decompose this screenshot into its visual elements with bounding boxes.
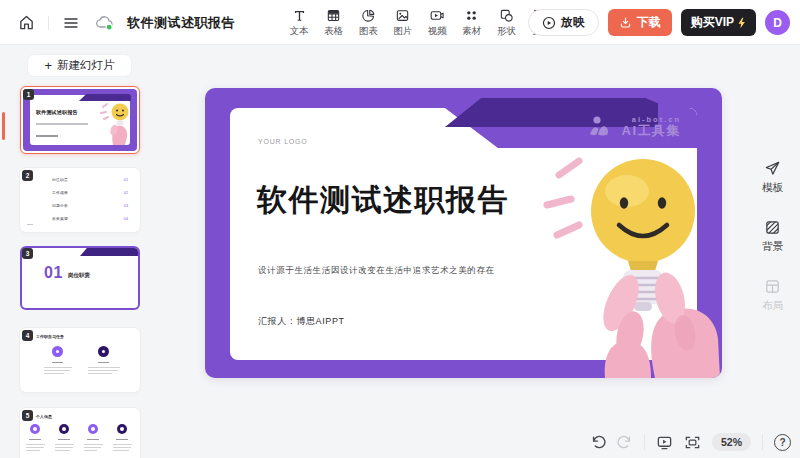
- slide-thumbnail-5[interactable]: 5 个人信息: [20, 408, 140, 458]
- watermark-logo-icon: [589, 115, 617, 139]
- slide-title[interactable]: 软件测试述职报告: [257, 180, 509, 221]
- tool-shape[interactable]: 形状: [490, 7, 522, 38]
- bottom-controls: 52% ?: [590, 433, 791, 451]
- divider: [762, 434, 763, 450]
- undo-icon: [590, 434, 606, 450]
- play-circle-icon: [542, 16, 556, 30]
- slide-subtitle[interactable]: 设计源于生活生活因设计改变在生活中追求艺术之美的存在: [258, 265, 495, 277]
- text-placeholder: [44, 373, 64, 374]
- template-button[interactable]: 模板: [762, 160, 783, 195]
- slide-position-indicator[interactable]: [2, 112, 5, 140]
- thumb3-band: [80, 248, 138, 256]
- watermark: ai-bot.cn AI工具集: [589, 115, 682, 139]
- tool-label: 视频: [428, 25, 447, 38]
- download-button[interactable]: 下载: [608, 9, 672, 36]
- tool-image[interactable]: 图片: [387, 7, 419, 38]
- section-number: 01: [44, 264, 63, 282]
- text-placeholder: [88, 370, 118, 371]
- slide-canvas[interactable]: ai-bot.cn AI工具集 YOUR LOGO 软件测试述职报告 设计源于生…: [205, 88, 722, 378]
- tool-label: 文本: [290, 25, 309, 38]
- asset-icon: [464, 7, 479, 23]
- slide-number-badge: 2: [22, 170, 33, 181]
- video-icon: [429, 7, 445, 23]
- document-title[interactable]: 软件测试述职报告: [127, 14, 235, 32]
- text-placeholder: [88, 373, 112, 374]
- layout-icon: [764, 278, 781, 295]
- donut-icon: [117, 424, 127, 434]
- slide-thumbnail-4[interactable]: 4 工作职责与任务: [20, 328, 140, 392]
- slide-number-badge: 5: [22, 410, 33, 421]
- text-placeholder: [84, 450, 97, 451]
- undo-button[interactable]: [590, 434, 606, 450]
- slide-logo-text[interactable]: YOUR LOGO: [258, 138, 308, 145]
- text-placeholder: [36, 123, 88, 125]
- text-placeholder: [113, 444, 132, 445]
- tool-table[interactable]: 表格: [318, 7, 350, 38]
- tool-text[interactable]: 文本: [283, 7, 315, 38]
- toc-label: 问题分析: [52, 203, 68, 208]
- watermark-line2: AI工具集: [622, 124, 682, 138]
- tool-asset[interactable]: 素材: [456, 7, 488, 38]
- thumb1-title: 软件测试述职报告: [36, 109, 78, 115]
- new-slide-label: 新建幻灯片: [57, 58, 115, 73]
- text-icon: [292, 7, 307, 23]
- present-window-icon: [656, 434, 673, 451]
- chart-icon: [361, 7, 376, 23]
- donut-icon: [30, 424, 40, 434]
- layout-button[interactable]: 布局: [762, 278, 783, 313]
- menu-icon[interactable]: [59, 11, 83, 35]
- watermark-text: ai-bot.cn AI工具集: [622, 116, 682, 138]
- thumb3-card: 01 岗位职责: [22, 248, 138, 308]
- present-window-button[interactable]: [656, 434, 673, 451]
- text-placeholder: [55, 447, 73, 448]
- text-placeholder: [84, 444, 103, 445]
- fit-screen-button[interactable]: [684, 434, 701, 451]
- buy-vip-button[interactable]: 购买VIP: [681, 9, 756, 36]
- right-toolbar: 模板 背景 布局: [745, 160, 800, 313]
- image-icon: [395, 7, 410, 23]
- text-placeholder: [26, 447, 44, 448]
- text-placeholder: [87, 439, 99, 440]
- user-avatar[interactable]: D: [765, 10, 790, 35]
- text-placeholder: [84, 447, 101, 448]
- slide-thumbnail-3[interactable]: 3 01 岗位职责: [20, 246, 140, 310]
- zoom-level[interactable]: 52%: [712, 433, 751, 451]
- donut-icon: [59, 424, 69, 434]
- present-button[interactable]: 放映: [528, 9, 599, 36]
- plus-icon: +: [44, 60, 52, 71]
- divider: [48, 16, 49, 30]
- new-slide-button[interactable]: + 新建幻灯片: [28, 55, 131, 76]
- fit-screen-icon: [684, 434, 701, 451]
- table-icon: [326, 7, 341, 23]
- thumb5-title: 个人信息: [36, 414, 52, 419]
- vip-label: 购买VIP: [691, 14, 734, 31]
- redo-button[interactable]: [617, 434, 633, 450]
- tool-video[interactable]: 视频: [421, 7, 453, 38]
- background-icon: [764, 219, 781, 236]
- present-label: 放映: [561, 14, 585, 31]
- donut-icon: [88, 424, 98, 434]
- top-bar: 软件测试述职报告 文本 表格 图表: [0, 0, 800, 45]
- toc-number: 02: [124, 191, 128, 195]
- slide-thumbnail-2[interactable]: 2 岗位职责 01 工作成果 02 问题分析 03 未来展望 04: [20, 168, 140, 232]
- background-button[interactable]: 背景: [762, 219, 783, 254]
- slide-presenter[interactable]: 汇报人：博思AIPPT: [258, 315, 345, 328]
- bulb-hand-illustration[interactable]: [535, 143, 720, 378]
- text-placeholder: [98, 362, 109, 363]
- tool-label: 表格: [324, 25, 343, 38]
- topbar-left: 软件测试述职报告: [14, 0, 235, 45]
- slide-thumbnail-1[interactable]: 1 软件测试述职报告: [20, 86, 140, 154]
- help-button[interactable]: ?: [774, 434, 791, 451]
- text-placeholder: [44, 367, 72, 368]
- tool-label: 素材: [462, 25, 481, 38]
- text-placeholder: [58, 439, 70, 440]
- text-placeholder: [88, 367, 120, 368]
- section-title: 岗位职责: [68, 272, 90, 279]
- text-placeholder: [113, 450, 129, 451]
- download-label: 下载: [637, 14, 661, 31]
- tool-label: 图片: [393, 25, 412, 38]
- text-placeholder: [52, 362, 63, 363]
- thumb1-bulb-illustration: [99, 97, 133, 145]
- tool-chart[interactable]: 图表: [352, 7, 384, 38]
- home-icon[interactable]: [14, 11, 38, 35]
